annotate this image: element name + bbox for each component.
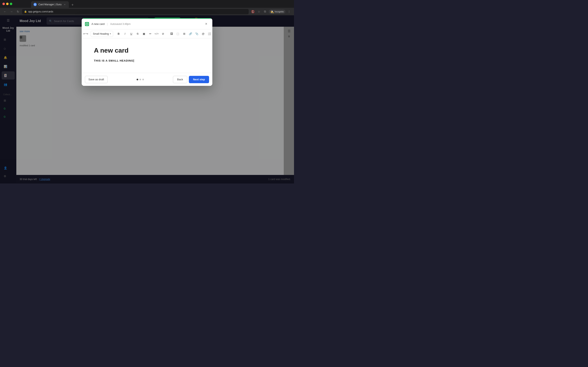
modal-header: A new card | Autosaved 3:49pm × [82, 19, 212, 29]
attachment-button[interactable]: 📎 [194, 31, 200, 37]
save-draft-label: Save as draft [88, 78, 104, 81]
modal-overlay: A new card | Autosaved 3:49pm × ↩ ↪ Smal… [0, 15, 294, 184]
traffic-light-yellow[interactable] [6, 3, 9, 5]
url-text: app.getguru.com/cards [28, 10, 53, 13]
bold-button[interactable]: B [116, 31, 122, 37]
table-button[interactable]: ⊞ [181, 31, 187, 37]
camera-off-icon: 📵 [250, 9, 255, 14]
highlight-button[interactable]: ▣ [141, 31, 147, 37]
next-step-button[interactable]: Next step [189, 76, 209, 83]
split-view-icon[interactable]: ⧉ [263, 9, 268, 14]
clear-format-button[interactable]: ⊘ [160, 31, 166, 37]
style-select-button[interactable]: Small Heading ▾ [91, 31, 113, 37]
step-indicators [108, 79, 173, 80]
text-cursor [134, 59, 134, 62]
style-select-label: Small Heading [93, 33, 109, 35]
tab-title: Card Manager | Guru [38, 3, 61, 6]
next-step-label: Next step [193, 78, 205, 81]
modal-footer: Save as draft Back Next step [82, 73, 212, 86]
traffic-light-green[interactable] [10, 3, 12, 5]
step-dot-1 [137, 79, 138, 80]
editor-toolbar: ↩ ↪ Small Heading ▾ B I U S ▣ ✏ </> ⊘ 🖼 [82, 29, 212, 38]
close-icon: × [205, 22, 208, 26]
toolbar-format-group: B I U S ▣ ✏ </> ⊘ [116, 31, 166, 37]
marker-button[interactable]: ✏ [147, 31, 153, 37]
forward-nav-button[interactable]: → [9, 9, 14, 14]
save-draft-button[interactable]: Save as draft [85, 76, 108, 83]
embed-button[interactable]: ⬚ [175, 31, 181, 37]
incognito-badge: 🕵 Incognito [269, 9, 285, 14]
italic-button[interactable]: I [122, 31, 128, 37]
tab-close-button[interactable]: × [63, 3, 66, 6]
code-button[interactable]: </> [154, 31, 160, 37]
traffic-light-red[interactable] [2, 3, 5, 5]
guru-logo [85, 22, 89, 26]
modal-card-title: A new card [91, 22, 104, 25]
undo-button[interactable]: ↩ [83, 31, 86, 37]
strikethrough-button[interactable]: S [135, 31, 141, 37]
underline-button[interactable]: U [128, 31, 134, 37]
modal-autosave: Autosaved 3:49pm [110, 23, 131, 25]
browser-tab[interactable]: G Card Manager | Guru × [31, 1, 69, 8]
redo-button[interactable]: ↪ [86, 31, 88, 37]
card-editor-modal: A new card | Autosaved 3:49pm × ↩ ↪ Smal… [82, 18, 212, 86]
footer-actions: Back Next step [173, 76, 209, 83]
back-nav-button[interactable]: ← [2, 9, 7, 14]
bookmark-icon[interactable]: ☆ [256, 9, 261, 14]
tab-favicon: G [34, 3, 37, 6]
mention-button[interactable]: @ [200, 31, 206, 37]
image-button[interactable]: 🖼 [168, 31, 174, 37]
more-options-button[interactable]: ⋮ [287, 9, 292, 14]
guru-logo-inner [86, 23, 88, 25]
back-button[interactable]: Back [173, 76, 187, 83]
url-bar[interactable]: 🔒 app.getguru.com/cards [22, 9, 249, 14]
link-button[interactable]: 🔗 [187, 31, 194, 37]
new-tab-button[interactable]: + [70, 2, 75, 8]
step-dot-2 [139, 79, 141, 80]
incognito-icon: 🕵 [270, 10, 274, 13]
toolbar-insert-group: 🖼 ⬚ ⊞ 🔗 📎 @ ⬜ 🔖 [168, 31, 212, 37]
modal-close-button[interactable]: × [203, 21, 209, 27]
back-label: Back [177, 78, 183, 81]
style-select-arrow: ▾ [110, 33, 111, 35]
editor-card-title[interactable]: A new card [94, 47, 200, 54]
heading-text: THIS IS A SMALL HEADING [94, 59, 133, 62]
editor-small-heading[interactable]: THIS IS A SMALL HEADING [94, 59, 200, 62]
step-dot-3 [142, 79, 144, 80]
lock-icon: 🔒 [24, 10, 27, 13]
reload-button[interactable]: ↻ [16, 9, 20, 14]
callout-button[interactable]: ⬜ [207, 31, 212, 37]
editor-body[interactable]: A new card THIS IS A SMALL HEADING [82, 38, 212, 73]
incognito-label: Incognito [275, 10, 284, 13]
modal-divider: | [107, 22, 108, 25]
